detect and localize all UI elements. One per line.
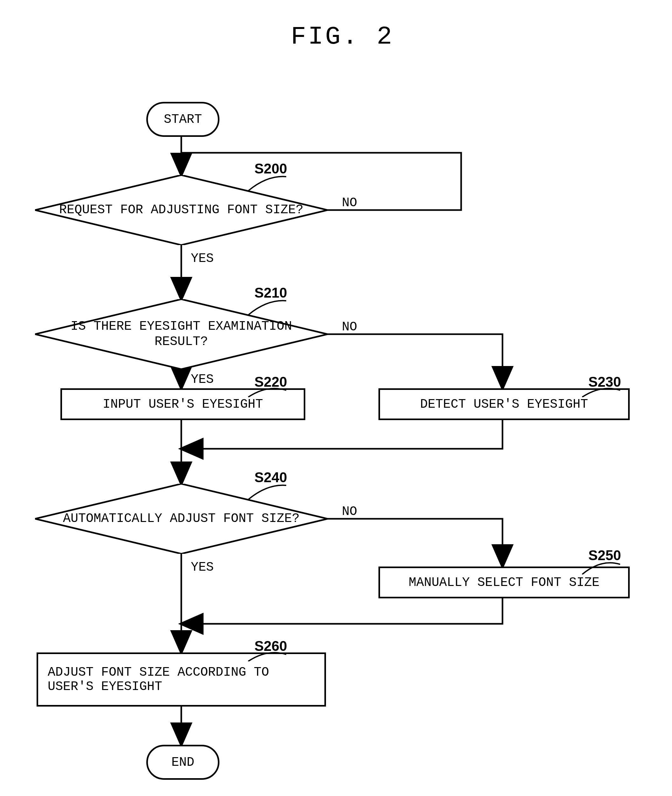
yes-label-s210: YES [191, 372, 214, 387]
step-label-s200: S200 [254, 161, 287, 177]
process-s250-text: MANUALLY SELECT FONT SIZE [409, 575, 600, 590]
leader-s250 [582, 562, 620, 575]
end-label: END [171, 755, 194, 770]
leader-s220 [248, 388, 286, 397]
step-label-s240: S240 [254, 469, 287, 485]
step-label-s250: S250 [588, 547, 621, 563]
step-label-s210: S210 [254, 285, 287, 301]
process-s220-text: INPUT USER'S EYESIGHT [103, 397, 263, 411]
decision-s210-text: IS THERE EYESIGHT EXAMINATION RESULT? [50, 319, 313, 350]
process-s230-text: DETECT USER'S EYESIGHT [420, 397, 588, 411]
no-label-s240: NO [342, 504, 357, 519]
flowchart-page: FIG. 2 START [6, 6, 672, 796]
start-label: START [164, 112, 202, 127]
decision-s200-text: REQUEST FOR ADJUSTING FONT SIZE? [50, 202, 313, 218]
leader-s230 [582, 388, 620, 397]
process-s260-text: ADJUST FONT SIZE ACCORDING TO USER'S EYE… [48, 665, 321, 694]
yes-label-s240: YES [191, 560, 214, 575]
end-terminal: END [146, 745, 219, 780]
decision-s240-text: AUTOMATICALLY ADJUST FONT SIZE? [50, 511, 313, 526]
leader-s260 [248, 652, 286, 661]
no-label-s210: NO [342, 320, 357, 334]
leader-s200 [248, 175, 286, 191]
no-label-s200: NO [342, 196, 357, 210]
leader-s210 [248, 299, 286, 315]
yes-label-s200: YES [191, 252, 214, 266]
leader-s240 [248, 484, 286, 500]
start-terminal: START [146, 102, 219, 137]
